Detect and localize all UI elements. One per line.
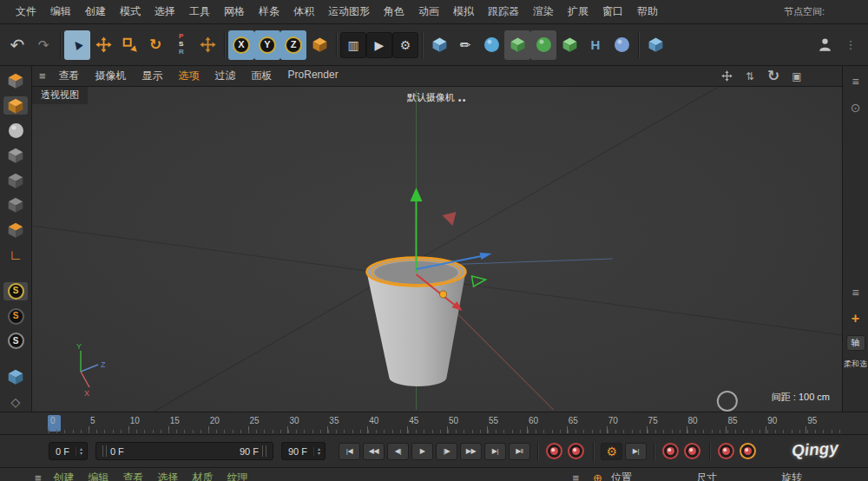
y-axis-lock[interactable]: Y — [254, 30, 280, 60]
material-menu-item[interactable]: 查看 — [116, 471, 151, 481]
subdivision-surface-button[interactable] — [478, 30, 504, 60]
cube-primitive-button[interactable] — [426, 30, 452, 60]
attributes-menu-icon[interactable]: ≡ — [845, 284, 866, 301]
range-end-grip[interactable] — [262, 445, 266, 457]
menu-item[interactable]: 运动图形 — [321, 4, 377, 19]
camera-label[interactable]: 默认摄像机 — [407, 91, 465, 104]
end-frame-stepper[interactable]: ▴ ▾ — [313, 447, 322, 456]
interface-dots-icon[interactable]: ⋮ — [838, 30, 864, 60]
menu-item[interactable]: 编辑 — [43, 4, 78, 19]
material-menu-item[interactable]: 材质 — [186, 471, 220, 481]
snap-settings-button[interactable]: S — [3, 282, 28, 301]
viewport-menu-item[interactable]: 面板 — [244, 69, 280, 83]
live-selection-tool[interactable]: ▶ — [64, 30, 90, 60]
pen-tool-button[interactable]: ✏ — [452, 30, 478, 60]
node-space-label[interactable]: 节点空间: — [784, 5, 859, 18]
next-frame-button[interactable]: |▶ — [436, 443, 457, 460]
menu-item[interactable]: 模拟 — [446, 4, 481, 19]
cube-stack-button[interactable] — [642, 30, 668, 60]
pan-view-button[interactable] — [718, 69, 735, 84]
edges-mode-button[interactable] — [3, 195, 28, 214]
redo-icon[interactable]: ↷ — [30, 30, 56, 60]
panel-menu-icon[interactable]: ≡ — [845, 73, 866, 90]
lock-workplane-button[interactable]: ◇ — [3, 392, 28, 412]
menu-item[interactable]: 渲染 — [526, 4, 561, 19]
coordinate-system-button[interactable] — [306, 30, 332, 60]
viewport-menu-item[interactable]: 摄像机 — [88, 69, 135, 83]
menu-item[interactable]: 角色 — [377, 4, 411, 19]
cloner-button[interactable] — [530, 30, 556, 60]
enable-axis-button[interactable]: ∟ — [3, 246, 28, 265]
move-tool[interactable] — [90, 30, 116, 60]
menu-item[interactable]: 工具 — [182, 4, 217, 19]
menu-item[interactable]: 创建 — [78, 4, 113, 19]
timeline-ruler[interactable]: 05101520253035404550556065707580859095 — [0, 412, 868, 434]
record-keyframe-button[interactable] — [545, 443, 564, 460]
stepper-down-icon[interactable]: ▾ — [80, 451, 82, 456]
modeling-axis-dot[interactable] — [440, 291, 447, 298]
play-button[interactable]: ▶ — [411, 443, 433, 460]
volume-button[interactable] — [608, 30, 635, 60]
keyframe-settings-button[interactable]: ⚙ — [601, 443, 622, 460]
toggle-view-button[interactable]: ▣ — [788, 69, 806, 84]
next-key-button[interactable]: ▶▶ — [460, 443, 482, 460]
material-menu-item[interactable]: 创建 — [47, 471, 82, 481]
viewport-menu-item[interactable]: 显示 — [135, 69, 171, 83]
gizmo-plane-handle[interactable] — [472, 276, 486, 287]
character-button[interactable] — [812, 30, 838, 60]
viewport-menu-item[interactable]: ProRender — [280, 69, 346, 83]
prev-frame-button[interactable]: ◀| — [387, 443, 409, 460]
menu-item[interactable]: 样条 — [252, 4, 286, 19]
material-menu-item[interactable]: 选择 — [151, 471, 186, 481]
end-frame-field[interactable]: 90 F ▴ ▾ — [281, 442, 326, 460]
menu-item[interactable]: 动画 — [411, 4, 446, 19]
menu-item[interactable]: 帮助 — [630, 4, 665, 19]
stepper-down-icon[interactable]: ▾ — [318, 451, 320, 456]
scale-tool[interactable] — [116, 30, 142, 60]
symmetry-button[interactable]: H — [582, 30, 608, 60]
polygons-mode-button[interactable] — [3, 221, 28, 240]
material-menu-item[interactable]: 编辑 — [82, 471, 116, 481]
record-position-button[interactable] — [661, 443, 681, 460]
z-axis-lock[interactable]: Z — [280, 30, 306, 60]
menu-item[interactable]: 文件 — [9, 4, 43, 19]
record-scale-button[interactable] — [683, 443, 702, 460]
menu-item[interactable]: 跟踪器 — [481, 4, 526, 19]
undo-icon[interactable]: ↶ — [4, 30, 30, 60]
uv-mode-button[interactable] — [3, 146, 28, 165]
render-picture-viewer-button[interactable]: ▶ — [366, 32, 392, 58]
coordinate-menu-icon[interactable]: ≡ — [573, 471, 580, 481]
texture-mode-button[interactable] — [3, 121, 28, 140]
goto-end-button[interactable]: ▶| — [484, 443, 506, 460]
viewport-canvas[interactable]: 透视视图 默认摄像机 间距 : 100 cm Y Z X — [32, 87, 842, 412]
rotate-view-button[interactable]: ↻ — [765, 69, 782, 84]
view-label[interactable]: 透视视图 — [32, 87, 88, 104]
workplane-button[interactable] — [3, 368, 28, 387]
soft-selection-label[interactable]: 柔和选 — [844, 359, 867, 370]
viewport-menu-item[interactable]: 选项 — [171, 69, 207, 83]
add-button[interactable]: + — [845, 310, 866, 327]
viewport-menu-item[interactable]: 过滤 — [207, 69, 244, 83]
x-axis-lock[interactable]: X — [228, 30, 254, 60]
menu-item[interactable]: 选择 — [148, 4, 182, 19]
play-range-button[interactable]: ▶‖ — [509, 443, 530, 460]
axis-mode-button[interactable]: 轴 — [846, 335, 865, 351]
convert-editable-button[interactable] — [3, 71, 28, 90]
current-frame-field[interactable]: 0 F ▴ ▾ — [49, 442, 88, 460]
record-parameter-button[interactable] — [739, 443, 758, 460]
zoom-view-button[interactable]: ⇅ — [741, 69, 759, 84]
model-mode-button[interactable] — [3, 96, 28, 115]
bend-deformer-button[interactable] — [504, 30, 530, 60]
material-menu-item[interactable]: 纹理 — [220, 471, 255, 481]
menu-item[interactable]: 扩展 — [561, 4, 595, 19]
mograph-array-button[interactable] — [556, 30, 582, 60]
pin-icon[interactable]: ⊙ — [845, 99, 866, 116]
autokey-button[interactable] — [567, 443, 586, 460]
viewport-menu-item[interactable]: 查看 — [51, 69, 88, 83]
gizmo-plane-handle[interactable] — [443, 212, 457, 226]
rotate-tool[interactable]: ↻ — [142, 30, 168, 60]
next-mark-button[interactable]: ▶| — [625, 443, 647, 460]
preview-range-slider[interactable]: 0 F 90 F — [95, 442, 273, 460]
render-view-button[interactable]: ▥ — [340, 32, 366, 58]
record-rotation-button[interactable] — [717, 443, 736, 460]
